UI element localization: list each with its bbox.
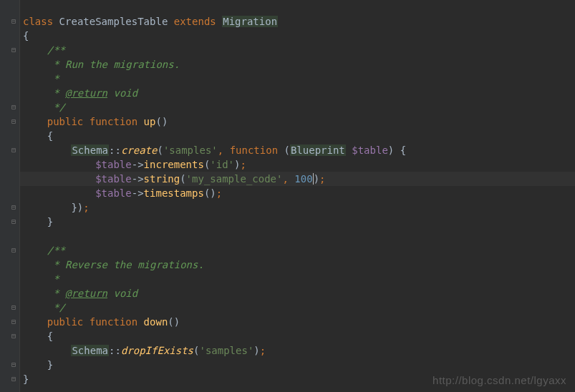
- fold-icon[interactable]: ⊟: [11, 18, 18, 24]
- code-line: });: [20, 200, 575, 215]
- code-line: class CreateSamplesTable extends Migrati…: [20, 14, 575, 29]
- code-line: {: [20, 29, 575, 43]
- fold-icon[interactable]: ⊟: [11, 318, 18, 325]
- fold-icon[interactable]: ⊟: [11, 376, 18, 382]
- code-line: *: [20, 72, 575, 86]
- code-line: }: [20, 215, 575, 229]
- code-line: public function up(): [20, 114, 575, 129]
- code-editor[interactable]: ⊟ ⊟ ⊟ ⊟ ⊟ ⊟ ⊟ ⊟ ⊟ ⊟ ⊟ ⊟ ⊟ class CreateSa…: [0, 0, 575, 392]
- code-line-current: $table->string('my_sample_code', 100);: [20, 172, 575, 186]
- fold-icon[interactable]: ⊟: [11, 361, 18, 368]
- code-area[interactable]: class CreateSamplesTable extends Migrati…: [20, 0, 575, 392]
- watermark: http://blog.csdn.net/lgyaxx: [433, 374, 566, 386]
- fold-icon[interactable]: ⊟: [11, 247, 18, 253]
- code-line: */: [20, 300, 575, 315]
- code-line: [20, 0, 575, 14]
- code-line: * Run the migrations.: [20, 57, 575, 72]
- code-line: * @return void: [20, 286, 575, 300]
- fold-icon[interactable]: ⊟: [11, 46, 18, 53]
- caret-icon: [313, 173, 314, 185]
- code-line: Schema::dropIfExists('samples');: [20, 343, 575, 358]
- code-line: Schema::create('samples', function (Blue…: [20, 143, 575, 157]
- code-line: /**: [20, 43, 575, 57]
- code-line: }: [20, 358, 575, 372]
- fold-icon[interactable]: ⊟: [11, 304, 18, 310]
- code-line: *: [20, 272, 575, 286]
- fold-icon[interactable]: ⊟: [11, 147, 18, 153]
- code-line: [20, 229, 575, 243]
- fold-icon[interactable]: ⊟: [11, 218, 18, 225]
- fold-icon[interactable]: ⊟: [11, 104, 18, 110]
- code-line: */: [20, 100, 575, 114]
- code-line: * @return void: [20, 86, 575, 100]
- fold-icon[interactable]: ⊟: [11, 204, 18, 210]
- code-line: $table->increments('id');: [20, 157, 575, 172]
- gutter: ⊟ ⊟ ⊟ ⊟ ⊟ ⊟ ⊟ ⊟ ⊟ ⊟ ⊟ ⊟ ⊟: [0, 0, 20, 392]
- code-line: {: [20, 329, 575, 343]
- fold-icon[interactable]: ⊟: [11, 118, 18, 124]
- code-line: /**: [20, 243, 575, 258]
- fold-icon[interactable]: ⊟: [11, 333, 18, 339]
- code-line: $table->timestamps();: [20, 186, 575, 200]
- code-line: * Reverse the migrations.: [20, 258, 575, 272]
- code-line: public function down(): [20, 315, 575, 329]
- code-line: {: [20, 129, 575, 143]
